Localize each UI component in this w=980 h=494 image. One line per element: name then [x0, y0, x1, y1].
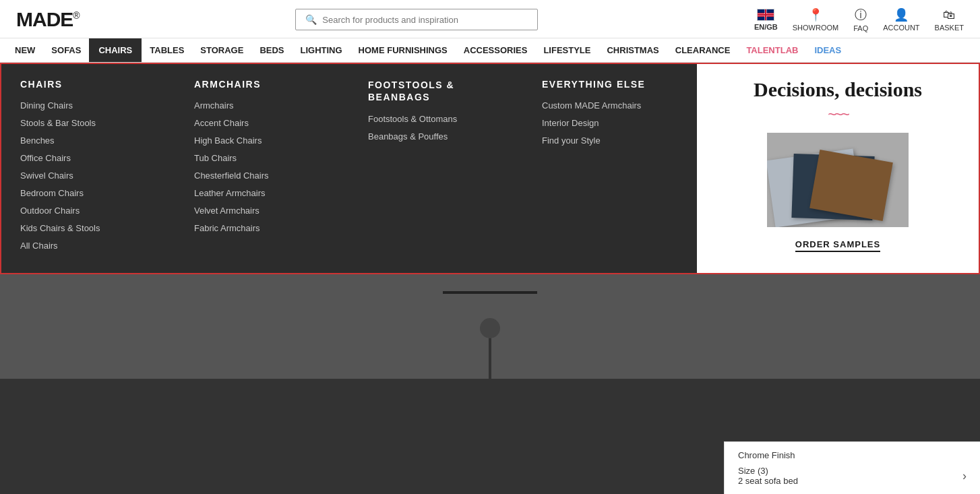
mega-menu: CHAIRS Dining Chairs Stools & Bar Stools…	[0, 63, 980, 274]
showroom-icon: 📍	[808, 7, 823, 22]
menu-link-armchairs[interactable]: Armchairs	[194, 100, 330, 111]
account-button[interactable]: 👤 ACCOUNT	[883, 7, 919, 32]
promo-squiggle: ~~~	[828, 106, 848, 123]
menu-heading-footstools: FOOTSTOOLS &BEANBAGS	[368, 79, 504, 103]
promo-title: Decisions, decisions	[754, 78, 922, 102]
menu-link-interior-design[interactable]: Interior Design	[542, 118, 678, 128]
promo-image	[767, 133, 909, 227]
nav-item-chairs[interactable]: CHAIRS	[89, 38, 142, 62]
menu-link-fabric-armchairs[interactable]: Fabric Armchairs	[194, 223, 330, 233]
basket-icon: 🛍	[943, 8, 955, 22]
size-row[interactable]: Size (3) 2 seat sofa bed ›	[738, 466, 967, 486]
nav-item-beds[interactable]: BEDS	[251, 38, 292, 62]
menu-link-beanbags-pouffes[interactable]: Beanbags & Pouffes	[368, 131, 504, 142]
language-selector[interactable]: EN/GB	[754, 9, 778, 31]
menu-section-footstools: FOOTSTOOLS &BEANBAGS Footstools & Ottoma…	[349, 64, 523, 273]
header: MADE® 🔍 EN/GB 📍 SHOWROOM	[0, 0, 980, 63]
search-input[interactable]	[322, 15, 528, 25]
account-icon: 👤	[894, 7, 909, 22]
basket-button[interactable]: 🛍 BASKET	[935, 8, 964, 32]
chair-silhouette	[429, 291, 551, 379]
size-info: Size (3) 2 seat sofa bed	[738, 466, 798, 486]
menu-link-stools-bar-stools[interactable]: Stools & Bar Stools	[20, 118, 156, 128]
menu-heading-chairs: CHAIRS	[20, 79, 156, 90]
size-value: 2 seat sofa bed	[738, 476, 798, 486]
nav-bar: NEW SOFAS CHAIRS TABLES STORAGE BEDS LIG…	[0, 38, 980, 62]
search-icon: 🔍	[305, 14, 317, 25]
page-background	[0, 274, 980, 379]
showroom-button[interactable]: 📍 SHOWROOM	[793, 7, 838, 32]
menu-link-benches[interactable]: Benches	[20, 135, 156, 146]
menu-link-chesterfield-chairs[interactable]: Chesterfield Chairs	[194, 171, 330, 181]
faq-button[interactable]: ⓘ FAQ	[853, 7, 868, 32]
nav-item-talentlab[interactable]: TALENTLAB	[738, 38, 806, 62]
menu-link-custom-made-armchairs[interactable]: Custom MADE Armchairs	[542, 100, 678, 111]
nav-item-lighting[interactable]: LIGHTING	[293, 38, 350, 62]
menu-link-kids-chairs-stools[interactable]: Kids Chairs & Stools	[20, 223, 156, 233]
nav-item-sofas[interactable]: SOFAS	[43, 38, 89, 62]
menu-link-accent-chairs[interactable]: Accent Chairs	[194, 118, 330, 128]
size-label: Size (3)	[738, 466, 798, 476]
nav-item-storage[interactable]: STORAGE	[192, 38, 251, 62]
search-bar: 🔍	[295, 9, 538, 30]
menu-link-tub-chairs[interactable]: Tub Chairs	[194, 153, 330, 163]
faq-icon: ⓘ	[855, 7, 867, 23]
menu-link-dining-chairs[interactable]: Dining Chairs	[20, 100, 156, 111]
nav-item-ideas[interactable]: IDEAS	[806, 38, 849, 62]
menu-link-outdoor-chairs[interactable]: Outdoor Chairs	[20, 206, 156, 216]
menu-link-office-chairs[interactable]: Office Chairs	[20, 153, 156, 163]
menu-link-find-your-style[interactable]: Find your Style	[542, 135, 678, 146]
chrome-finish-label: Chrome Finish	[738, 450, 967, 460]
order-samples-button[interactable]: ORDER SAMPLES	[795, 239, 880, 252]
menu-section-armchairs: ARMCHAIRS Armchairs Accent Chairs High B…	[175, 64, 349, 273]
menu-link-bedroom-chairs[interactable]: Bedroom Chairs	[20, 188, 156, 198]
nav-item-lifestyle[interactable]: LIFESTYLE	[535, 38, 599, 62]
nav-item-accessories[interactable]: ACCESSORIES	[456, 38, 536, 62]
menu-link-velvet-armchairs[interactable]: Velvet Armchairs	[194, 206, 330, 216]
menu-section-everything: EVERYTHING ELSE Custom MADE Armchairs In…	[523, 64, 697, 273]
header-actions: EN/GB 📍 SHOWROOM ⓘ FAQ 👤 ACCOUNT 🛍 BASKE…	[754, 7, 964, 32]
nav-item-christmas[interactable]: CHRISTMAS	[599, 38, 667, 62]
menu-heading-armchairs: ARMCHAIRS	[194, 79, 330, 90]
right-panel-product: Chrome Finish Size (3) 2 seat sofa bed ›	[724, 441, 980, 494]
nav-item-new[interactable]: NEW	[7, 38, 43, 62]
language-label: EN/GB	[754, 23, 778, 31]
menu-link-footstools-ottomans[interactable]: Footstools & Ottomans	[368, 114, 504, 124]
menu-link-leather-armchairs[interactable]: Leather Armchairs	[194, 188, 330, 198]
menu-link-high-back-chairs[interactable]: High Back Chairs	[194, 135, 330, 146]
promo-panel: Decisions, decisions ~~~ ORDER SAMPLES	[697, 64, 979, 273]
menu-heading-everything: EVERYTHING ELSE	[542, 79, 678, 90]
chevron-right-icon: ›	[962, 469, 967, 483]
menu-link-all-chairs[interactable]: All Chairs	[20, 241, 156, 251]
nav-item-clearance[interactable]: CLEARANCE	[667, 38, 739, 62]
nav-item-tables[interactable]: TABLES	[142, 38, 192, 62]
menu-section-chairs: CHAIRS Dining Chairs Stools & Bar Stools…	[1, 64, 175, 273]
flag-icon	[757, 9, 774, 21]
logo[interactable]: MADE®	[16, 8, 80, 31]
menu-link-swivel-chairs[interactable]: Swivel Chairs	[20, 171, 156, 181]
nav-item-home-furnishings[interactable]: HOME FURNISHINGS	[350, 38, 456, 62]
